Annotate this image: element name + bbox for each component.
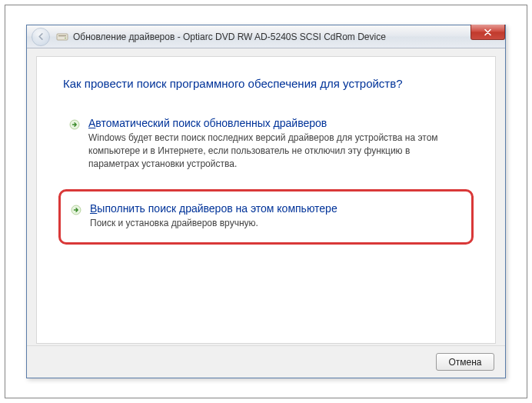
back-button[interactable]: [32, 28, 50, 46]
option-auto-description: Windows будет вести поиск последних верс…: [88, 132, 461, 170]
close-button[interactable]: [470, 25, 505, 40]
option-auto-title: Автоматический поиск обновленных драйвер…: [88, 117, 461, 129]
svg-rect-1: [58, 35, 66, 36]
svg-point-2: [65, 37, 66, 38]
back-arrow-icon: [37, 32, 45, 41]
footer-bar: Отмена: [27, 345, 505, 378]
arrow-right-icon: [68, 118, 81, 131]
close-icon: [484, 28, 492, 36]
option-manual-search[interactable]: Выполнить поиск драйверов на этом компью…: [58, 189, 474, 245]
window-title: Обновление драйверов - Optiarc DVD RW AD…: [73, 32, 386, 42]
svg-rect-0: [57, 34, 68, 40]
titlebar: Обновление драйверов - Optiarc DVD RW AD…: [27, 25, 505, 48]
content-pane: Как провести поиск программного обеспече…: [36, 56, 496, 344]
arrow-right-icon: [70, 204, 82, 216]
option-manual-description: Поиск и установка драйверов вручную.: [90, 217, 459, 230]
option-manual-body: Выполнить поиск драйверов на этом компью…: [90, 202, 459, 230]
option-manual-title: Выполнить поиск драйверов на этом компью…: [90, 202, 459, 215]
page-heading: Как провести поиск программного обеспече…: [37, 57, 495, 107]
driver-update-wizard-window: Обновление драйверов - Optiarc DVD RW AD…: [26, 25, 506, 378]
option-auto-search[interactable]: Автоматический поиск обновленных драйвер…: [58, 107, 474, 182]
device-icon: [56, 31, 68, 43]
option-auto-body: Автоматический поиск обновленных драйвер…: [88, 117, 461, 170]
cancel-button[interactable]: Отмена: [436, 353, 494, 371]
